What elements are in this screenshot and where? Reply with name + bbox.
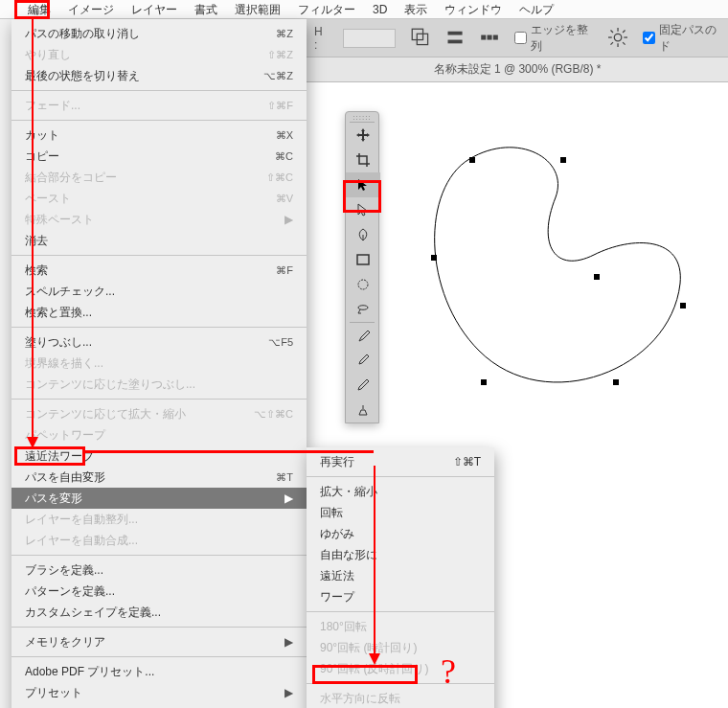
anchor-point[interactable]	[613, 379, 619, 385]
menu-view[interactable]: 表示	[396, 0, 436, 19]
menu-puppet-warp: パペットワープ	[11, 424, 307, 445]
menu-redo: やり直し⇧⌘Z	[11, 44, 307, 65]
svg-point-7	[614, 34, 622, 42]
fixed-path-checkbox[interactable]: 固定パスのド	[643, 22, 720, 55]
menu-perspective-warp[interactable]: 遠近法ワープ	[11, 445, 307, 467]
menu-content-aware-scale: コンテンツに応じて拡大・縮小⌥⇧⌘C	[11, 403, 307, 424]
menu-stroke: 境界線を描く...	[11, 353, 307, 374]
svg-line-12	[610, 31, 613, 34]
menu-content-aware-fill: コンテンツに応じた塗りつぶし...	[11, 374, 307, 395]
menu-define-shape[interactable]: カスタムシェイプを定義...	[11, 602, 307, 623]
gear-icon[interactable]	[608, 28, 627, 49]
svg-rect-5	[488, 35, 492, 40]
svg-rect-6	[493, 35, 498, 40]
svg-rect-2	[448, 32, 463, 35]
lasso-tool[interactable]	[346, 297, 380, 322]
direct-selection-tool[interactable]	[346, 197, 380, 222]
menu-edit[interactable]: 編集	[19, 0, 59, 19]
document-title: 名称未設定 1 @ 300% (RGB/8) *	[434, 61, 602, 78]
submenu-again[interactable]: 再実行⇧⌘T	[307, 451, 494, 472]
move-tool[interactable]	[346, 123, 380, 148]
menu-search[interactable]: 検索⌘F	[11, 260, 307, 281]
menu-undo[interactable]: パスの移動の取り消し⌘Z	[11, 23, 307, 44]
pen-tool[interactable]	[346, 222, 380, 247]
menu-pdf-presets[interactable]: Adobe PDF プリセット...	[11, 661, 307, 682]
anchor-point[interactable]	[469, 157, 475, 163]
rectangle-tool[interactable]	[346, 247, 380, 272]
menu-auto-blend-layers: レイヤーを自動合成...	[11, 530, 307, 551]
menu-paste: ペースト⌘V	[11, 188, 307, 209]
menu-layer[interactable]: レイヤー	[123, 0, 186, 19]
menu-spellcheck[interactable]: スペルチェック...	[11, 281, 307, 302]
submenu-rotate[interactable]: 回転	[307, 502, 494, 523]
submenu-perspective[interactable]: 遠近法	[307, 565, 494, 586]
svg-rect-16	[357, 255, 369, 264]
menu-paste-special: 特殊ペースト▶	[11, 209, 307, 230]
fixed-path-label: 固定パスのド	[659, 22, 720, 55]
height-field[interactable]	[343, 29, 396, 48]
clone-tool[interactable]	[346, 398, 380, 423]
menu-type[interactable]: 書式	[186, 0, 226, 19]
document-tab[interactable]: 名称未設定 1 @ 300% (RGB/8) *	[307, 57, 728, 82]
edit-menu-dropdown: パスの移動の取り消し⌘Z やり直し⇧⌘Z 最後の状態を切り替え⌥⌘Z フェード.…	[11, 19, 307, 708]
anchor-point[interactable]	[481, 379, 487, 385]
menu-fade: フェード...⇧⌘F	[11, 95, 307, 116]
anchor-point[interactable]	[680, 303, 686, 308]
submenu-scale[interactable]: 拡大・縮小	[307, 481, 494, 502]
menu-toggle-last[interactable]: 最後の状態を切り替え⌥⌘Z	[11, 65, 307, 86]
menu-clear[interactable]: 消去	[11, 230, 307, 251]
svg-line-13	[623, 43, 626, 46]
menu-copy[interactable]: コピー⌘C	[11, 146, 307, 167]
menu-remote-connection[interactable]: リモート接続...	[11, 703, 307, 708]
anchor-point[interactable]	[594, 274, 600, 280]
menu-define-pattern[interactable]: パターンを定義...	[11, 581, 307, 602]
align-icon[interactable]	[445, 28, 465, 49]
menu-cut[interactable]: カット⌘X	[11, 125, 307, 146]
brush-tool[interactable]	[346, 323, 380, 348]
menu-transform-path[interactable]: パスを変形▶	[11, 488, 307, 509]
ellipse-tool[interactable]	[346, 272, 380, 297]
svg-line-14	[623, 31, 626, 34]
anchor-point[interactable]	[560, 157, 566, 163]
menu-fill[interactable]: 塗りつぶし...⌥F5	[11, 331, 307, 353]
app-menubar: 編集 イメージ レイヤー 書式 選択範囲 フィルター 3D 表示 ウィンドウ ヘ…	[0, 0, 728, 19]
menu-help[interactable]: ヘルプ	[511, 0, 562, 19]
submenu-rotate-180: 180°回転	[307, 616, 494, 637]
path-selection-tool[interactable]	[346, 172, 380, 197]
tools-panel: ::::::	[345, 111, 379, 423]
svg-rect-3	[448, 40, 463, 44]
menu-free-transform-path[interactable]: パスを自由変形⌘T	[11, 467, 307, 488]
path-shape[interactable]	[412, 130, 699, 399]
menu-image[interactable]: イメージ	[59, 0, 123, 19]
submenu-flip-horizontal: 水平方向に反転	[307, 688, 494, 708]
submenu-warp[interactable]: ワープ	[307, 586, 494, 607]
menu-presets[interactable]: プリセット▶	[11, 682, 307, 703]
menu-define-brush[interactable]: ブラシを定義...	[11, 560, 307, 581]
svg-line-15	[610, 43, 613, 46]
align-edges-label: エッジを整列	[531, 22, 592, 55]
crop-tool[interactable]	[346, 148, 380, 172]
overlap-icon[interactable]	[411, 28, 430, 49]
menu-window[interactable]: ウィンドウ	[436, 0, 511, 19]
anchor-point[interactable]	[431, 255, 437, 261]
submenu-rotate-90ccw: 90°回転 (反時計回り)	[307, 658, 494, 679]
pencil-tool[interactable]	[346, 373, 380, 398]
submenu-skew[interactable]: ゆがみ	[307, 523, 494, 544]
menu-3d[interactable]: 3D	[364, 0, 396, 19]
menu-purge[interactable]: メモリをクリア▶	[11, 631, 307, 652]
transform-submenu: 再実行⇧⌘T 拡大・縮小 回転 ゆがみ 自由な形に 遠近法 ワープ 180°回転…	[307, 447, 494, 708]
menu-filter[interactable]: フィルター	[289, 0, 364, 19]
menu-auto-align-layers: レイヤーを自動整列...	[11, 509, 307, 530]
menu-select[interactable]: 選択範囲	[226, 0, 289, 19]
height-label: H :	[314, 25, 328, 52]
menu-copy-merged: 結合部分をコピー⇧⌘C	[11, 167, 307, 188]
panel-grip[interactable]: ::::::	[346, 112, 378, 122]
eyedropper-tool[interactable]	[346, 348, 380, 373]
options-bar: H : エッジを整列 固定パスのド	[307, 19, 728, 57]
align-edges-checkbox[interactable]: エッジを整列	[514, 22, 592, 55]
submenu-rotate-90cw: 90°回転 (時計回り)	[307, 637, 494, 658]
annotation-connector	[84, 450, 374, 453]
submenu-distort[interactable]: 自由な形に	[307, 544, 494, 565]
distribute-icon[interactable]	[480, 28, 499, 49]
menu-find-replace[interactable]: 検索と置換...	[11, 302, 307, 323]
